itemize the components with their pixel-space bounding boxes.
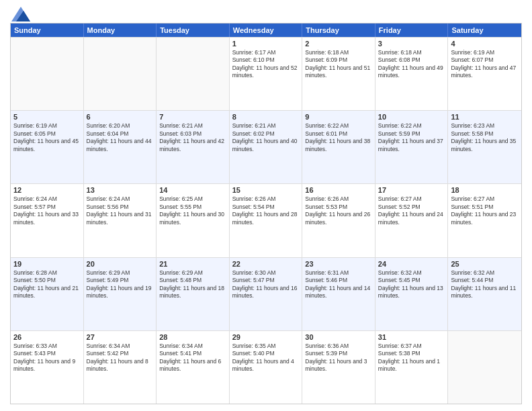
day-info: Sunrise: 6:27 AM Sunset: 5:51 PM Dayligh… xyxy=(451,195,519,226)
header xyxy=(10,7,522,17)
calendar-header: SundayMondayTuesdayWednesdayThursdayFrid… xyxy=(11,24,521,37)
day-info: Sunrise: 6:29 AM Sunset: 5:48 PM Dayligh… xyxy=(159,269,226,300)
calendar-cell: 17Sunrise: 6:27 AM Sunset: 5:52 PM Dayli… xyxy=(375,184,449,257)
day-number: 10 xyxy=(378,113,445,121)
day-number: 19 xyxy=(13,260,81,268)
calendar-cell xyxy=(11,38,84,110)
weekday-header: Friday xyxy=(375,24,449,37)
day-info: Sunrise: 6:36 AM Sunset: 5:39 PM Dayligh… xyxy=(305,342,372,373)
calendar-cell: 26Sunrise: 6:33 AM Sunset: 5:43 PM Dayli… xyxy=(11,331,84,404)
day-number: 9 xyxy=(305,113,372,121)
calendar-cell: 13Sunrise: 6:24 AM Sunset: 5:56 PM Dayli… xyxy=(84,184,157,257)
day-info: Sunrise: 6:22 AM Sunset: 5:59 PM Dayligh… xyxy=(378,122,445,153)
day-number: 1 xyxy=(232,40,300,48)
day-number: 25 xyxy=(451,260,519,268)
day-number: 27 xyxy=(87,333,154,341)
day-info: Sunrise: 6:29 AM Sunset: 5:49 PM Dayligh… xyxy=(87,269,154,300)
day-number: 8 xyxy=(232,113,300,121)
day-number: 29 xyxy=(232,333,300,341)
day-number: 13 xyxy=(87,186,154,194)
day-number: 23 xyxy=(305,260,372,268)
day-number: 17 xyxy=(378,186,445,194)
day-info: Sunrise: 6:26 AM Sunset: 5:54 PM Dayligh… xyxy=(232,195,300,226)
day-number: 26 xyxy=(13,333,81,341)
calendar-row: 26Sunrise: 6:33 AM Sunset: 5:43 PM Dayli… xyxy=(11,330,521,404)
day-number: 28 xyxy=(159,333,226,341)
day-info: Sunrise: 6:27 AM Sunset: 5:52 PM Dayligh… xyxy=(378,195,445,226)
day-number: 2 xyxy=(305,40,372,48)
day-number: 4 xyxy=(451,40,519,48)
day-info: Sunrise: 6:18 AM Sunset: 6:08 PM Dayligh… xyxy=(378,49,445,80)
calendar-cell: 2Sunrise: 6:18 AM Sunset: 6:09 PM Daylig… xyxy=(302,38,375,110)
calendar-cell: 28Sunrise: 6:34 AM Sunset: 5:41 PM Dayli… xyxy=(157,331,230,404)
day-number: 31 xyxy=(378,333,445,341)
day-info: Sunrise: 6:37 AM Sunset: 5:38 PM Dayligh… xyxy=(378,342,445,373)
calendar-cell xyxy=(84,38,157,110)
page: SundayMondayTuesdayWednesdayThursdayFrid… xyxy=(0,0,532,411)
day-info: Sunrise: 6:19 AM Sunset: 6:05 PM Dayligh… xyxy=(13,122,81,153)
calendar: SundayMondayTuesdayWednesdayThursdayFrid… xyxy=(10,23,522,404)
day-number: 14 xyxy=(159,186,226,194)
day-info: Sunrise: 6:18 AM Sunset: 6:09 PM Dayligh… xyxy=(305,49,372,80)
calendar-cell: 31Sunrise: 6:37 AM Sunset: 5:38 PM Dayli… xyxy=(375,331,449,404)
calendar-cell: 11Sunrise: 6:23 AM Sunset: 5:58 PM Dayli… xyxy=(448,111,521,183)
calendar-cell: 30Sunrise: 6:36 AM Sunset: 5:39 PM Dayli… xyxy=(302,331,375,404)
weekday-header: Monday xyxy=(84,24,157,37)
day-info: Sunrise: 6:21 AM Sunset: 6:03 PM Dayligh… xyxy=(159,122,226,153)
calendar-cell: 22Sunrise: 6:30 AM Sunset: 5:47 PM Dayli… xyxy=(230,258,303,330)
weekday-header: Tuesday xyxy=(157,24,230,37)
calendar-cell: 5Sunrise: 6:19 AM Sunset: 6:05 PM Daylig… xyxy=(11,111,84,183)
day-info: Sunrise: 6:26 AM Sunset: 5:53 PM Dayligh… xyxy=(305,195,372,226)
day-number: 22 xyxy=(232,260,300,268)
calendar-row: 1Sunrise: 6:17 AM Sunset: 6:10 PM Daylig… xyxy=(11,37,521,110)
day-info: Sunrise: 6:34 AM Sunset: 5:42 PM Dayligh… xyxy=(87,342,154,373)
calendar-cell xyxy=(157,38,230,110)
day-number: 7 xyxy=(159,113,226,121)
day-info: Sunrise: 6:34 AM Sunset: 5:41 PM Dayligh… xyxy=(159,342,226,373)
calendar-cell: 20Sunrise: 6:29 AM Sunset: 5:49 PM Dayli… xyxy=(84,258,157,330)
calendar-cell: 25Sunrise: 6:32 AM Sunset: 5:44 PM Dayli… xyxy=(448,258,521,330)
calendar-cell xyxy=(448,331,521,404)
calendar-cell: 24Sunrise: 6:32 AM Sunset: 5:45 PM Dayli… xyxy=(375,258,449,330)
day-number: 18 xyxy=(451,186,519,194)
calendar-cell: 14Sunrise: 6:25 AM Sunset: 5:55 PM Dayli… xyxy=(157,184,230,257)
calendar-cell: 18Sunrise: 6:27 AM Sunset: 5:51 PM Dayli… xyxy=(448,184,521,257)
day-info: Sunrise: 6:17 AM Sunset: 6:10 PM Dayligh… xyxy=(232,49,300,80)
calendar-cell: 1Sunrise: 6:17 AM Sunset: 6:10 PM Daylig… xyxy=(230,38,303,110)
day-number: 30 xyxy=(305,333,372,341)
calendar-cell: 9Sunrise: 6:22 AM Sunset: 6:01 PM Daylig… xyxy=(302,111,375,183)
day-number: 21 xyxy=(159,260,226,268)
day-info: Sunrise: 6:25 AM Sunset: 5:55 PM Dayligh… xyxy=(159,195,226,226)
day-number: 12 xyxy=(13,186,81,194)
day-info: Sunrise: 6:33 AM Sunset: 5:43 PM Dayligh… xyxy=(13,342,81,373)
day-info: Sunrise: 6:19 AM Sunset: 6:07 PM Dayligh… xyxy=(451,49,519,80)
day-info: Sunrise: 6:31 AM Sunset: 5:46 PM Dayligh… xyxy=(305,269,372,300)
day-info: Sunrise: 6:32 AM Sunset: 5:44 PM Dayligh… xyxy=(451,269,519,300)
calendar-cell: 8Sunrise: 6:21 AM Sunset: 6:02 PM Daylig… xyxy=(230,111,303,183)
calendar-cell: 3Sunrise: 6:18 AM Sunset: 6:08 PM Daylig… xyxy=(375,38,449,110)
day-info: Sunrise: 6:32 AM Sunset: 5:45 PM Dayligh… xyxy=(378,269,445,300)
day-number: 11 xyxy=(451,113,519,121)
day-info: Sunrise: 6:24 AM Sunset: 5:57 PM Dayligh… xyxy=(13,195,81,226)
day-info: Sunrise: 6:21 AM Sunset: 6:02 PM Dayligh… xyxy=(232,122,300,153)
day-number: 6 xyxy=(87,113,154,121)
calendar-body: 1Sunrise: 6:17 AM Sunset: 6:10 PM Daylig… xyxy=(11,37,521,404)
day-info: Sunrise: 6:30 AM Sunset: 5:47 PM Dayligh… xyxy=(232,269,300,300)
calendar-cell: 27Sunrise: 6:34 AM Sunset: 5:42 PM Dayli… xyxy=(84,331,157,404)
weekday-header: Thursday xyxy=(302,24,375,37)
day-number: 20 xyxy=(87,260,154,268)
calendar-cell: 23Sunrise: 6:31 AM Sunset: 5:46 PM Dayli… xyxy=(302,258,375,330)
calendar-cell: 4Sunrise: 6:19 AM Sunset: 6:07 PM Daylig… xyxy=(448,38,521,110)
calendar-row: 19Sunrise: 6:28 AM Sunset: 5:50 PM Dayli… xyxy=(11,257,521,330)
calendar-cell: 29Sunrise: 6:35 AM Sunset: 5:40 PM Dayli… xyxy=(230,331,303,404)
calendar-row: 12Sunrise: 6:24 AM Sunset: 5:57 PM Dayli… xyxy=(11,183,521,257)
day-info: Sunrise: 6:24 AM Sunset: 5:56 PM Dayligh… xyxy=(87,195,154,226)
calendar-cell: 7Sunrise: 6:21 AM Sunset: 6:03 PM Daylig… xyxy=(157,111,230,183)
day-info: Sunrise: 6:22 AM Sunset: 6:01 PM Dayligh… xyxy=(305,122,372,153)
calendar-cell: 10Sunrise: 6:22 AM Sunset: 5:59 PM Dayli… xyxy=(375,111,449,183)
day-info: Sunrise: 6:23 AM Sunset: 5:58 PM Dayligh… xyxy=(451,122,519,153)
weekday-header: Wednesday xyxy=(230,24,303,37)
weekday-header: Sunday xyxy=(11,24,84,37)
calendar-cell: 12Sunrise: 6:24 AM Sunset: 5:57 PM Dayli… xyxy=(11,184,84,257)
day-number: 15 xyxy=(232,186,300,194)
